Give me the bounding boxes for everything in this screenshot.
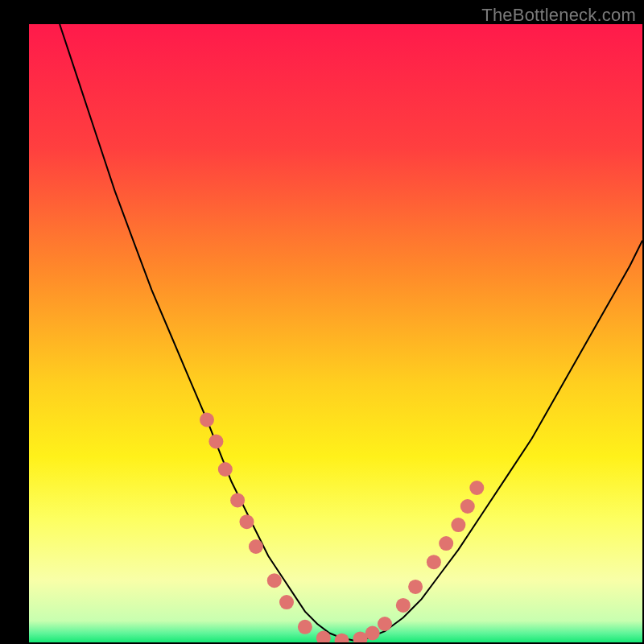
highlight-dot [378, 617, 392, 631]
chart-frame: TheBottleneck.com [0, 0, 644, 644]
watermark-text: TheBottleneck.com [481, 5, 636, 26]
highlight-dot [230, 493, 245, 507]
highlight-dot [240, 514, 254, 529]
bottleneck-chart [29, 24, 642, 642]
highlight-dot [460, 499, 475, 514]
highlight-dot [427, 555, 441, 569]
highlight-dot [469, 481, 484, 495]
highlight-dot [439, 536, 453, 551]
highlight-dot [298, 620, 312, 634]
highlight-dot [267, 573, 282, 588]
highlight-dot [279, 595, 294, 609]
highlight-dot [408, 580, 423, 594]
highlight-dot [451, 518, 465, 532]
highlight-dot [396, 598, 411, 613]
highlight-dot [249, 539, 263, 554]
gradient-background [29, 24, 642, 642]
highlight-dot [200, 413, 214, 427]
highlight-dot [208, 434, 223, 448]
highlight-dot [365, 626, 380, 641]
highlight-dot [218, 462, 233, 477]
